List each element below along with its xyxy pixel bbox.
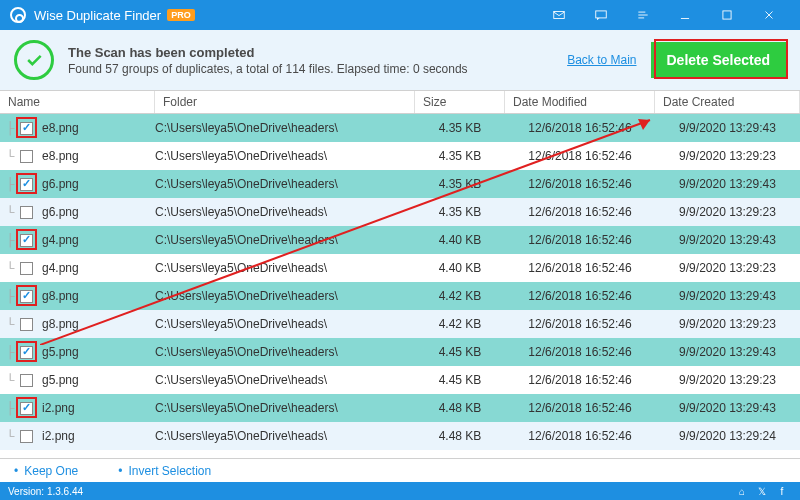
pro-badge: PRO <box>167 9 195 21</box>
file-created: 9/9/2020 13:29:23 <box>655 205 800 219</box>
table-row[interactable]: ├g5.pngC:\Users\leya5\OneDrive\headers\4… <box>0 338 800 366</box>
file-size: 4.45 KB <box>415 373 505 387</box>
col-folder[interactable]: Folder <box>155 91 415 113</box>
file-folder: C:\Users\leya5\OneDrive\headers\ <box>155 289 415 303</box>
file-size: 4.35 KB <box>415 205 505 219</box>
file-folder: C:\Users\leya5\OneDrive\heads\ <box>155 429 415 443</box>
table-row[interactable]: └e8.pngC:\Users\leya5\OneDrive\heads\4.3… <box>0 142 800 170</box>
row-checkbox[interactable] <box>20 346 33 359</box>
row-checkbox[interactable] <box>20 374 33 387</box>
file-folder: C:\Users\leya5\OneDrive\headers\ <box>155 345 415 359</box>
row-checkbox[interactable] <box>20 318 33 331</box>
file-name: i2.png <box>38 429 155 443</box>
file-folder: C:\Users\leya5\OneDrive\heads\ <box>155 261 415 275</box>
banner-subtitle: Found 57 groups of duplicates, a total o… <box>68 62 468 76</box>
maximize-icon[interactable] <box>706 0 748 30</box>
file-name: g8.png <box>38 317 155 331</box>
table-row[interactable]: └i2.pngC:\Users\leya5\OneDrive\heads\4.4… <box>0 422 800 450</box>
row-checkbox[interactable] <box>20 178 33 191</box>
file-folder: C:\Users\leya5\OneDrive\heads\ <box>155 317 415 331</box>
table-row[interactable]: └g6.pngC:\Users\leya5\OneDrive\heads\4.3… <box>0 198 800 226</box>
table-row[interactable]: ├e8.pngC:\Users\leya5\OneDrive\headers\4… <box>0 114 800 142</box>
tree-glyph: ├ <box>0 233 20 247</box>
version-label: Version: 1.3.6.44 <box>8 486 83 497</box>
file-folder: C:\Users\leya5\OneDrive\headers\ <box>155 233 415 247</box>
facebook-icon[interactable]: f <box>772 486 792 497</box>
back-to-main-link[interactable]: Back to Main <box>567 53 636 67</box>
close-icon[interactable] <box>748 0 790 30</box>
tree-glyph: ├ <box>0 289 20 303</box>
col-created[interactable]: Date Created <box>655 91 800 113</box>
tree-glyph: └ <box>0 149 20 163</box>
file-modified: 12/6/2018 16:52:46 <box>505 373 655 387</box>
banner-title: The Scan has been completed <box>68 45 468 60</box>
file-size: 4.48 KB <box>415 429 505 443</box>
file-created: 9/9/2020 13:29:23 <box>655 373 800 387</box>
row-checkbox[interactable] <box>20 122 33 135</box>
file-modified: 12/6/2018 16:52:46 <box>505 317 655 331</box>
minimize-icon[interactable] <box>664 0 706 30</box>
keep-one-link[interactable]: Keep One <box>24 464 78 478</box>
col-modified[interactable]: Date Modified <box>505 91 655 113</box>
menu-icon[interactable] <box>622 0 664 30</box>
file-name: g4.png <box>38 261 155 275</box>
file-name: e8.png <box>38 149 155 163</box>
feedback-icon[interactable] <box>580 0 622 30</box>
invert-selection-link[interactable]: Invert Selection <box>128 464 211 478</box>
row-checkbox[interactable] <box>20 206 33 219</box>
file-created: 9/9/2020 13:29:43 <box>655 177 800 191</box>
row-checkbox[interactable] <box>20 290 33 303</box>
row-checkbox[interactable] <box>20 262 33 275</box>
col-name[interactable]: Name <box>0 91 155 113</box>
file-created: 9/9/2020 13:29:23 <box>655 317 800 331</box>
file-created: 9/9/2020 13:29:43 <box>655 233 800 247</box>
tree-glyph: └ <box>0 429 20 443</box>
success-check-icon <box>14 40 54 80</box>
file-size: 4.35 KB <box>415 177 505 191</box>
delete-selected-button[interactable]: Delete Selected <box>651 42 787 78</box>
file-modified: 12/6/2018 16:52:46 <box>505 401 655 415</box>
file-folder: C:\Users\leya5\OneDrive\headers\ <box>155 121 415 135</box>
file-modified: 12/6/2018 16:52:46 <box>505 205 655 219</box>
file-folder: C:\Users\leya5\OneDrive\heads\ <box>155 205 415 219</box>
file-created: 9/9/2020 13:29:23 <box>655 149 800 163</box>
row-checkbox[interactable] <box>20 150 33 163</box>
file-name: g8.png <box>38 289 155 303</box>
twitter-icon[interactable]: 𝕏 <box>752 486 772 497</box>
table-row[interactable]: ├i2.pngC:\Users\leya5\OneDrive\headers\4… <box>0 394 800 422</box>
row-checkbox[interactable] <box>20 234 33 247</box>
file-size: 4.42 KB <box>415 317 505 331</box>
file-name: g6.png <box>38 177 155 191</box>
file-created: 9/9/2020 13:29:43 <box>655 345 800 359</box>
tree-glyph: └ <box>0 205 20 219</box>
file-size: 4.35 KB <box>415 121 505 135</box>
tree-glyph: ├ <box>0 345 20 359</box>
table-row[interactable]: ├g4.pngC:\Users\leya5\OneDrive\headers\4… <box>0 226 800 254</box>
row-checkbox[interactable] <box>20 430 33 443</box>
col-size[interactable]: Size <box>415 91 505 113</box>
table-row[interactable]: └g5.pngC:\Users\leya5\OneDrive\heads\4.4… <box>0 366 800 394</box>
svg-rect-0 <box>554 12 565 19</box>
row-checkbox[interactable] <box>20 402 33 415</box>
table-row[interactable]: └g4.pngC:\Users\leya5\OneDrive\heads\4.4… <box>0 254 800 282</box>
titlebar: Wise Duplicate Finder PRO <box>0 0 800 30</box>
svg-rect-1 <box>596 11 607 18</box>
file-size: 4.35 KB <box>415 149 505 163</box>
file-name: i2.png <box>38 401 155 415</box>
svg-rect-2 <box>723 11 731 19</box>
tree-glyph: └ <box>0 317 20 331</box>
file-size: 4.45 KB <box>415 345 505 359</box>
file-name: e8.png <box>38 121 155 135</box>
home-icon[interactable]: ⌂ <box>732 486 752 497</box>
table-row[interactable]: └g8.pngC:\Users\leya5\OneDrive\heads\4.4… <box>0 310 800 338</box>
file-created: 9/9/2020 13:29:24 <box>655 429 800 443</box>
table-row[interactable]: ├g8.pngC:\Users\leya5\OneDrive\headers\4… <box>0 282 800 310</box>
file-modified: 12/6/2018 16:52:46 <box>505 289 655 303</box>
tree-glyph: └ <box>0 373 20 387</box>
file-created: 9/9/2020 13:29:43 <box>655 401 800 415</box>
file-size: 4.48 KB <box>415 401 505 415</box>
bottom-toolbar: •Keep One •Invert Selection <box>0 458 800 482</box>
file-modified: 12/6/2018 16:52:46 <box>505 261 655 275</box>
mail-icon[interactable] <box>538 0 580 30</box>
table-row[interactable]: ├g6.pngC:\Users\leya5\OneDrive\headers\4… <box>0 170 800 198</box>
